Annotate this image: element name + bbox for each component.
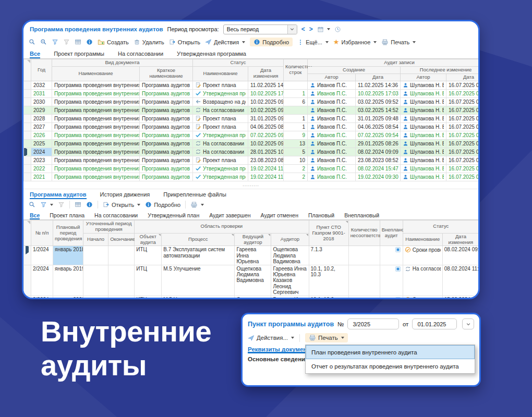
cell-created-author[interactable]: Иванов П.С.	[308, 173, 356, 181]
search-icon[interactable]	[29, 39, 35, 45]
cell-status[interactable]: Проект плана	[193, 114, 248, 122]
cell-row-count[interactable]: 10	[284, 156, 308, 164]
cell-status-date[interactable]: 08.02.2024 09:47	[442, 246, 478, 265]
cell-unplanned[interactable]	[380, 265, 403, 296]
tab-detail-0[interactable]: Программа аудитов	[30, 191, 87, 199]
cell-name[interactable]: Программа проведения внутренних аудитов	[52, 106, 140, 114]
cell-year[interactable]: 2021	[31, 173, 52, 181]
cell-modified-date[interactable]: 16.07.2025 09:40	[446, 106, 480, 114]
program-row-2031[interactable]: 2031 Программа проведения внутренних ауд…	[24, 89, 480, 97]
cell-created-author[interactable]: Иванов П.С.	[308, 139, 356, 148]
print-button[interactable]: Печать	[381, 39, 416, 46]
cell-audit-object[interactable]: ИТЦ	[135, 296, 162, 298]
cell-status[interactable]: Сроки проведения	[403, 246, 442, 265]
cell-process[interactable]: М.5 Улучшение	[162, 265, 235, 296]
col-num[interactable]: № п/п	[31, 220, 53, 246]
col-auditor[interactable]: Аудитор	[271, 233, 309, 246]
cell-name[interactable]: Программа проведения внутренних аудитов	[52, 139, 140, 148]
col-created-author[interactable]: Автор	[308, 73, 356, 81]
tab-program-0[interactable]: Все	[30, 51, 40, 58]
cell-sto-clause[interactable]: 7.1.3	[309, 246, 348, 265]
print-button[interactable]: Печать	[305, 333, 348, 342]
date-dropdown-button[interactable]	[462, 318, 474, 329]
col-status-name[interactable]: Наименование	[403, 233, 442, 246]
detail-button[interactable]: Подробно	[250, 38, 293, 46]
clear-filter-icon[interactable]	[63, 39, 70, 45]
program-row-2024[interactable]: 2024 Программа проведения внутренних ауд…	[24, 148, 480, 156]
cell-lead-auditor[interactable]: Ощепкова Людмила Вадимовна	[235, 265, 271, 296]
number-field[interactable]: 3/2025	[347, 318, 399, 329]
col-audit-object[interactable]: Объект аудита	[135, 233, 162, 246]
cell-created-author[interactable]: Иванов П.С.	[308, 106, 356, 114]
cell-modified-date[interactable]: 16.07.2025 09:40	[446, 148, 480, 156]
favorites-button[interactable]: ★Избранное	[333, 39, 377, 45]
cell-year[interactable]: 2030	[31, 97, 52, 106]
cell-created-author[interactable]: Иванов П.С.	[308, 131, 356, 139]
cell-created-date[interactable]: 10.02.2025 17:03	[356, 89, 401, 97]
actions-button[interactable]: Действия...	[248, 335, 294, 341]
filter-icon[interactable]	[52, 39, 58, 45]
cell-modified-author[interactable]: Шулакова Н. Б.	[401, 156, 446, 164]
cell-status-date[interactable]: 31.01.2025 09:48	[248, 114, 284, 122]
filter-menu-button[interactable]	[40, 201, 53, 208]
cell-status-date[interactable]: 04.06.2025 08:54	[248, 122, 284, 131]
cell-nonconformities[interactable]	[348, 296, 380, 298]
create-button[interactable]: Создать	[98, 39, 129, 46]
cell-planned-period[interactable]: январь 2018	[53, 246, 83, 265]
cell-created-author[interactable]: Иванов П.С.	[308, 156, 356, 164]
cell-name[interactable]: Программа проведения внутренних аудитов	[52, 122, 140, 131]
cell-end[interactable]	[108, 246, 135, 265]
cell-short-name[interactable]: Программа аудитов	[140, 97, 193, 106]
cell-year[interactable]: 2028	[31, 114, 52, 122]
program-row-2022[interactable]: 2022 Программа проведения внутренних ауд…	[24, 164, 480, 173]
cell-status-date[interactable]: 19.02.2024 11:25	[248, 173, 284, 181]
cell-modified-date[interactable]: 16.07.2025 09:40	[446, 156, 480, 164]
tab-program-2[interactable]: На согласовании	[118, 51, 163, 58]
cell-num[interactable]: 3/2024	[31, 296, 53, 298]
cell-modified-author[interactable]: Шулакова Н. Б.	[401, 131, 446, 139]
cell-end[interactable]	[108, 296, 135, 298]
cell-status-date[interactable]: 10.02.2025 09:55	[248, 97, 284, 106]
program-row-2029[interactable]: 2029 Программа проведения внутренних ауд…	[24, 106, 480, 114]
cell-short-name[interactable]: Программа аудитов	[140, 106, 193, 114]
columns-icon[interactable]	[75, 201, 81, 208]
tab-detail-2[interactable]: Прикрепленные файлы	[163, 191, 226, 199]
program-row-2032[interactable]: 2032 Программа проведения внутренних ауд…	[24, 81, 480, 89]
program-row-2025[interactable]: 2025 Программа проведения внутренних ауд…	[24, 139, 480, 148]
cell-planned-period[interactable]: январь 2020	[53, 296, 83, 298]
cell-modified-author[interactable]: Шулакова Н. Б.	[401, 81, 446, 89]
cell-name[interactable]: Программа проведения внутренних аудитов	[52, 131, 140, 139]
cell-unplanned[interactable]	[380, 296, 403, 298]
actions-button[interactable]: Действия	[205, 39, 245, 45]
col-nonconformities[interactable]: Количество несоответствий	[348, 220, 380, 246]
cell-created-date[interactable]: 08.02.2024 15:47	[356, 164, 401, 173]
cell-year[interactable]: 2026	[31, 131, 52, 139]
cell-short-name[interactable]: Программа аудитов	[140, 173, 193, 181]
cell-status-date[interactable]: 23.08.2023 08:52	[248, 156, 284, 164]
cell-row-count[interactable]	[284, 81, 308, 89]
cell-year[interactable]: 2025	[31, 139, 52, 148]
cell-modified-author[interactable]: Шулакова Н. Б.	[401, 106, 446, 114]
cell-created-author[interactable]: Иванов П.С.	[308, 97, 356, 106]
tab-detail-filter-2[interactable]: На согласовании	[94, 212, 138, 219]
columns-icon[interactable]	[75, 39, 81, 45]
cell-status-date[interactable]: 08.02.2024 11:20	[442, 265, 478, 296]
audit-item-row-2/2024[interactable]: 2/2024 январь 2019 ИТЦ М.5 Улучшение Още…	[24, 265, 479, 296]
cell-short-name[interactable]: Программа аудитов	[140, 89, 193, 97]
col-modified-author[interactable]: Автор	[401, 73, 446, 81]
cell-short-name[interactable]: Программа аудитов	[140, 164, 193, 173]
program-row-2021[interactable]: 2021 Программа проведения внутренних ауд…	[24, 173, 480, 181]
cell-created-date[interactable]: 11.02.2025 14:36	[356, 81, 401, 89]
tab-detail-filter-1[interactable]: Проект плана	[50, 212, 84, 219]
cell-row-count[interactable]	[284, 106, 308, 114]
cell-row-count[interactable]: 2	[284, 164, 308, 173]
tab-detail-1[interactable]: История движения	[100, 191, 150, 199]
next-period-button[interactable]: >	[309, 26, 313, 32]
cell-status[interactable]: Утвержденная программа	[193, 164, 248, 173]
cell-name[interactable]: Программа проведения внутренних аудитов	[52, 97, 140, 106]
cell-lead-auditor[interactable]: Гареева Инна Юрьевна	[235, 246, 271, 265]
tab-detail-filter-7[interactable]: Внеплановый	[344, 212, 379, 219]
cell-process[interactable]: В.7 Эксплуатация систем автоматизации	[162, 246, 235, 265]
cell-short-name[interactable]: Программа аудитов	[140, 122, 193, 131]
cell-created-author[interactable]: Иванов П.С.	[308, 114, 356, 122]
